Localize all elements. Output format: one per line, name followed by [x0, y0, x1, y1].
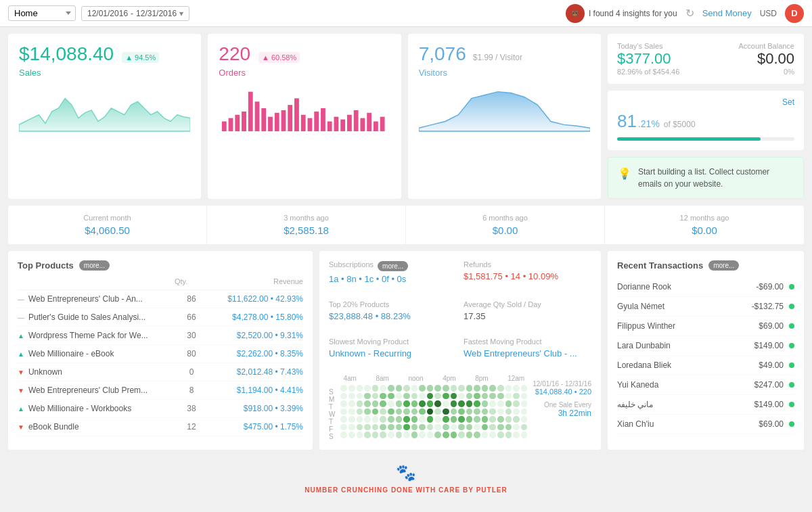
- progress-bar-fill: [617, 137, 761, 141]
- date-range[interactable]: 12/01/2016 - 12/31/2016 ▾: [81, 6, 189, 21]
- orders-value: 220: [219, 43, 250, 65]
- product-name-cell: ▼Unknown: [18, 367, 175, 377]
- heatmap-cell: [489, 393, 496, 400]
- top20-label: Top 20% Products: [329, 300, 457, 308]
- heatmap-cell: [411, 432, 418, 438]
- account-balance-label: Account Balance: [738, 42, 794, 50]
- heatmap-cell: [364, 424, 371, 431]
- heatmap-cell: [482, 409, 489, 415]
- product-name-cell: —Putler's Guide to Sales Analysi...: [18, 312, 175, 322]
- heatmap-cell: [357, 393, 363, 400]
- heatmap-cell: [434, 432, 441, 438]
- product-name-cell: ▲Web Millionaire - eBook: [18, 349, 175, 358]
- orders-badge: ▲ 60.58%: [258, 52, 300, 63]
- period-label-1: 3 months ago: [207, 214, 405, 222]
- heatmap-sale-every: One Sale Every: [533, 401, 591, 409]
- refunds-section: Refunds $1,581.75 • 14 • 10.09%: [464, 260, 591, 284]
- list-item: Xian Ch'iu $69.00: [617, 415, 794, 434]
- sales-badge: ▲ 94.5%: [122, 52, 159, 63]
- list-item: Filippus Winther $69.00: [617, 317, 794, 336]
- period-label-2: 6 months ago: [406, 214, 604, 222]
- visitors-sub: $1.99 / Visitor: [473, 53, 522, 62]
- heatmap-cell: [388, 424, 394, 431]
- heatmap-interval: 3h 22min: [533, 409, 591, 418]
- date-chevron-icon[interactable]: ▾: [179, 9, 183, 18]
- heatmap-cell: [427, 400, 434, 407]
- svg-rect-4: [248, 92, 253, 131]
- heatmap-cell: [372, 400, 379, 407]
- list-item: ماني خليفه $149.00: [617, 395, 794, 415]
- home-select[interactable]: Home: [8, 5, 76, 21]
- subscriptions-more-button[interactable]: more...: [378, 261, 408, 271]
- heatmap-cell: [348, 393, 355, 400]
- set-link[interactable]: Set: [782, 97, 794, 107]
- mid-bot-row: Slowest Moving Product Unknown - Recurri…: [329, 338, 591, 368]
- col-qty-header: Qty.: [175, 277, 208, 285]
- svg-rect-16: [328, 121, 332, 131]
- refunds-label: Refunds: [464, 260, 591, 269]
- status-dot: [789, 323, 794, 329]
- svg-rect-1: [229, 118, 233, 131]
- period-label-3: 12 months ago: [605, 214, 804, 222]
- svg-rect-2: [235, 115, 240, 131]
- svg-rect-12: [301, 115, 306, 131]
- heatmap-cell: [434, 400, 441, 407]
- svg-rect-20: [354, 110, 359, 131]
- subscriptions-label: Subscriptions: [329, 260, 374, 269]
- heatmap-cell: [474, 432, 480, 438]
- heatmap-container: S M T W T F S 4am 8am noon 4pm: [329, 375, 591, 440]
- goal-card: Set 81 .21% of $5000: [608, 91, 804, 150]
- table-row: ▲Web Millionaire - eBook 80 $2,262.00 • …: [18, 345, 303, 363]
- user-avatar[interactable]: D: [785, 4, 804, 23]
- heatmap-cell: [388, 393, 394, 400]
- avg-qty-section: Average Qty Sold / Day 17.35: [464, 300, 591, 321]
- heatmap-cell: [443, 424, 449, 431]
- heatmap-cell: [497, 432, 504, 438]
- heatmap-cell: [403, 385, 410, 392]
- transactions-title: Recent Transactions: [617, 260, 703, 271]
- top-products-more-button[interactable]: more...: [79, 260, 110, 271]
- heatmap-cell: [388, 432, 394, 438]
- progress-header: Set: [617, 97, 794, 107]
- heatmap-cell: [427, 416, 434, 423]
- heatmap-cell: [388, 385, 394, 392]
- insight-bar: 💡 Start building a list. Collect custome…: [608, 157, 804, 199]
- heatmap-cell: [434, 385, 441, 392]
- heatmap-cell: [482, 385, 489, 392]
- heatmap-cell: [340, 416, 347, 423]
- heatmap-cell: [443, 409, 449, 415]
- account-balance-value: $0.00: [738, 50, 794, 68]
- heatmap-info: 12/01/16 - 12/31/16 $14,088.40 • 220 One…: [533, 375, 591, 440]
- heatmap-cell: [396, 385, 403, 392]
- heatmap-cell: [357, 432, 363, 438]
- heatmap-cell: [489, 424, 496, 431]
- heatmap-cell: [451, 416, 457, 423]
- heatmap-cell: [505, 416, 512, 423]
- refresh-icon[interactable]: ↻: [685, 7, 694, 20]
- subscriptions-section: Subscriptions more... 1a • 8n • 1c • 0f …: [329, 260, 457, 284]
- heatmap-cell: [505, 424, 512, 431]
- heatmap-cell: [434, 424, 441, 431]
- transactions-panel: Recent Transactions more... Dorianne Roo…: [608, 251, 804, 450]
- heatmap-cell: [505, 393, 512, 400]
- send-money-button[interactable]: Send Money: [702, 8, 752, 18]
- visitors-label: Visitors: [419, 68, 590, 78]
- insight-badge[interactable]: 🐻 I found 4 insights for you: [566, 4, 677, 23]
- svg-rect-5: [255, 101, 260, 131]
- period-12mo: 12 months ago $0.00: [605, 206, 804, 244]
- list-item: Loredana Bliek $49.00: [617, 356, 794, 375]
- heatmap-cell: [513, 416, 520, 423]
- heatmap-cell: [474, 409, 480, 415]
- date-end: 12/31/2016: [136, 9, 177, 18]
- transactions-more-button[interactable]: more...: [708, 260, 739, 271]
- heatmap-cell: [482, 393, 489, 400]
- product-name-cell: ▲Wordpress Theme Pack for We...: [18, 331, 175, 340]
- orders-badge-text: 60.58%: [271, 53, 296, 62]
- heatmap-cell: [443, 416, 449, 423]
- heatmap-cell: [466, 385, 473, 392]
- heatmap-cell: [513, 432, 520, 438]
- svg-rect-9: [281, 110, 286, 131]
- svg-rect-13: [308, 118, 313, 131]
- lightbulb-icon: 💡: [618, 167, 631, 180]
- heatmap-cell: [513, 385, 520, 392]
